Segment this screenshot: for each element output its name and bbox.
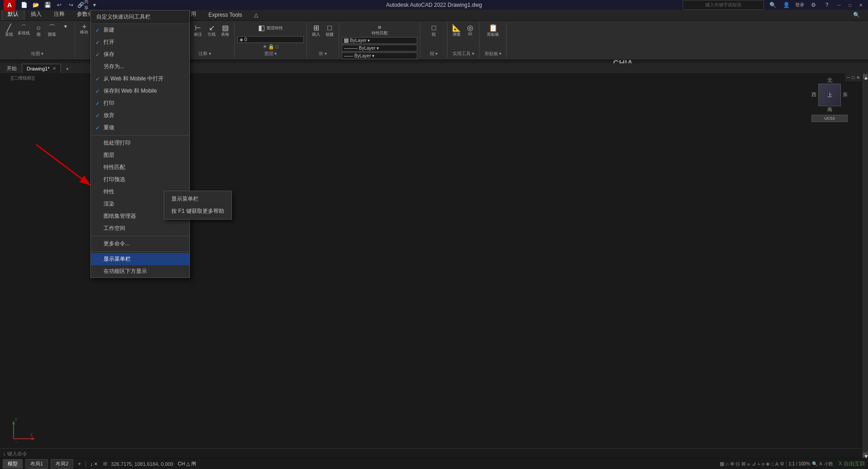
- menu-show-menubar[interactable]: 显示菜单栏: [91, 253, 189, 265]
- redo-button[interactable]: ↪: [66, 0, 76, 10]
- match-prop-button[interactable]: ≡ 特性匹配: [370, 23, 389, 37]
- help-button[interactable]: ?: [822, 0, 832, 10]
- menu-new[interactable]: 新建: [91, 24, 189, 36]
- move-button[interactable]: ✛ 移动: [78, 23, 90, 36]
- search-icon[interactable]: 🔍: [768, 0, 778, 10]
- circle-button[interactable]: ○ 圆: [32, 23, 45, 38]
- insert-block-button[interactable]: ⊞ 插入: [310, 23, 322, 38]
- dimension-button[interactable]: ⊢ 标注: [192, 23, 204, 38]
- bylayer-color[interactable]: ByLayer ▾: [342, 37, 417, 44]
- annotscale-toggle[interactable]: A: [819, 461, 822, 466]
- new-button[interactable]: 📄: [19, 0, 29, 10]
- add-layout-btn[interactable]: +: [76, 461, 83, 467]
- menu-redo[interactable]: 重做: [91, 122, 189, 134]
- dyn-toggle[interactable]: +: [757, 461, 760, 467]
- snap-icon[interactable]: ↓ ×: [89, 461, 99, 467]
- menu-match-prop[interactable]: 特性匹配: [91, 161, 189, 174]
- menu-print-preview[interactable]: 打印预选: [91, 174, 189, 186]
- ucs-toggle[interactable]: ⊿: [752, 461, 756, 467]
- add-drawing-tab[interactable]: +: [61, 64, 74, 73]
- menu-print[interactable]: 打印: [91, 97, 189, 109]
- zoom-toggle[interactable]: 🔍: [812, 461, 817, 466]
- layout1-tab[interactable]: 布局1: [25, 459, 48, 469]
- viewcube-scale[interactable]: UC53: [811, 115, 848, 122]
- tooltip-show-menubar[interactable]: 显示菜单栏: [164, 193, 231, 205]
- layer-icon-3[interactable]: □: [275, 44, 278, 50]
- app-icon[interactable]: A: [4, 0, 15, 11]
- scroll-down-btn[interactable]: ▼: [863, 453, 868, 457]
- lw-toggle[interactable]: ≡: [762, 461, 764, 467]
- line-button[interactable]: ╱ 直线: [3, 23, 15, 38]
- search-bar-title[interactable]: 键入关键字或短语: [683, 0, 764, 10]
- arc-button[interactable]: ⌒ 圆弧: [46, 23, 58, 38]
- sel-toggle[interactable]: □: [771, 461, 774, 467]
- table-button[interactable]: ▤ 表格: [219, 23, 231, 38]
- start-tab[interactable]: 开始: [2, 64, 22, 73]
- model-tab[interactable]: 模型: [3, 459, 23, 469]
- polar-toggle[interactable]: ◎: [736, 461, 740, 467]
- settings-icon[interactable]: ⚙: [808, 0, 818, 10]
- menu-undo[interactable]: 放弃: [91, 109, 189, 122]
- minimize-button[interactable]: ─: [835, 1, 843, 9]
- tooltip-help[interactable]: 按 F1 键获取更多帮助: [164, 205, 231, 217]
- menu-show-below[interactable]: 在功能区下方显示: [91, 265, 189, 277]
- menu-save[interactable]: 保存: [91, 48, 189, 61]
- layer-select[interactable]: ◈ 0: [237, 36, 304, 43]
- tab-expand[interactable]: △: [248, 9, 264, 20]
- properties-group-label: 特性 ▾: [373, 59, 386, 61]
- ortho-toggle[interactable]: ⊕: [730, 461, 734, 467]
- save-button[interactable]: 💾: [42, 0, 52, 10]
- clipboard-button[interactable]: 📋 剪贴板: [486, 23, 500, 38]
- drawing1-tab[interactable]: Drawing1* ✕: [22, 64, 61, 73]
- bylayer-linetype[interactable]: ——— ByLayer ▾: [342, 45, 417, 52]
- menu-save-web[interactable]: 保存到 Web 和 Mobile: [91, 85, 189, 97]
- menu-open-web[interactable]: 从 Web 和 Mobile 中打开: [91, 73, 189, 85]
- grid-toggle[interactable]: ▦: [720, 461, 724, 467]
- inner-maximize[interactable]: □: [852, 75, 854, 80]
- bylayer-lineweight[interactable]: —— ByLayer ▾: [342, 52, 417, 59]
- customize-button[interactable]: ▾: [90, 0, 99, 10]
- maximize-button[interactable]: □: [846, 1, 854, 9]
- viewcube-face[interactable]: 上: [818, 84, 841, 106]
- command-status[interactable]: CH △ 闸: [176, 460, 198, 467]
- layer-manager-button[interactable]: ◧ 图层特性: [257, 23, 284, 33]
- tab-expresstools[interactable]: Express Tools: [203, 9, 248, 20]
- trans-toggle[interactable]: ◈: [766, 461, 769, 467]
- workspace-btn[interactable]: ⚙: [780, 461, 784, 467]
- create-block-button[interactable]: □ 创建: [323, 23, 336, 38]
- close-button[interactable]: ✕: [857, 1, 864, 9]
- command-input[interactable]: [7, 451, 859, 456]
- menu-layer[interactable]: 图层: [91, 149, 189, 161]
- otrack-toggle[interactable]: ∞: [747, 461, 750, 467]
- menu-batch-print[interactable]: 批处理打印: [91, 137, 189, 149]
- undo-button[interactable]: ↩: [54, 0, 64, 10]
- snap-toggle[interactable]: ∩: [726, 461, 729, 467]
- scroll-up-btn[interactable]: ▲: [863, 74, 868, 79]
- layout2-tab[interactable]: 布局2: [51, 459, 73, 469]
- layer-icon: ◧: [258, 24, 265, 32]
- status-icons-group: ▦ ∩ ⊕ ◎ ⊠ ∞ ⊿ + ≡ ◈ □ A ⚙: [720, 461, 785, 467]
- anno-toggle[interactable]: A: [775, 461, 778, 467]
- group-button[interactable]: □ 组: [428, 23, 440, 38]
- share-button[interactable]: 🔗 共享: [78, 0, 88, 10]
- measure-button[interactable]: 📐 测量: [450, 23, 463, 38]
- id-button[interactable]: ◎ ID: [464, 23, 476, 37]
- layer-icon-2[interactable]: 🔒: [268, 44, 274, 50]
- scroll-bar-right[interactable]: ▲ ▼: [862, 73, 868, 458]
- inner-close[interactable]: ✕: [856, 75, 860, 80]
- tab-search-icon[interactable]: 🔍: [847, 9, 866, 20]
- open-button[interactable]: 📂: [31, 0, 41, 10]
- leader-button[interactable]: ↙ 引线: [205, 23, 218, 38]
- menu-more-cmds[interactable]: 更多命令...: [91, 238, 189, 250]
- user-icon[interactable]: 👤: [781, 0, 791, 10]
- osnap-toggle[interactable]: ⊠: [741, 461, 745, 467]
- menu-saveas[interactable]: 另存为...: [91, 61, 189, 73]
- drawing1-close[interactable]: ✕: [52, 66, 56, 71]
- polyline-button[interactable]: ⌒ 多段线: [16, 23, 31, 37]
- grid-icon[interactable]: ⊞: [102, 461, 108, 467]
- layer-icon-1[interactable]: ☀: [263, 44, 267, 50]
- menu-open[interactable]: 打开: [91, 36, 189, 48]
- more-draw-button[interactable]: ▼: [59, 23, 72, 30]
- user-login[interactable]: 登录: [795, 0, 805, 10]
- menu-workspace[interactable]: 工作空间: [91, 222, 189, 234]
